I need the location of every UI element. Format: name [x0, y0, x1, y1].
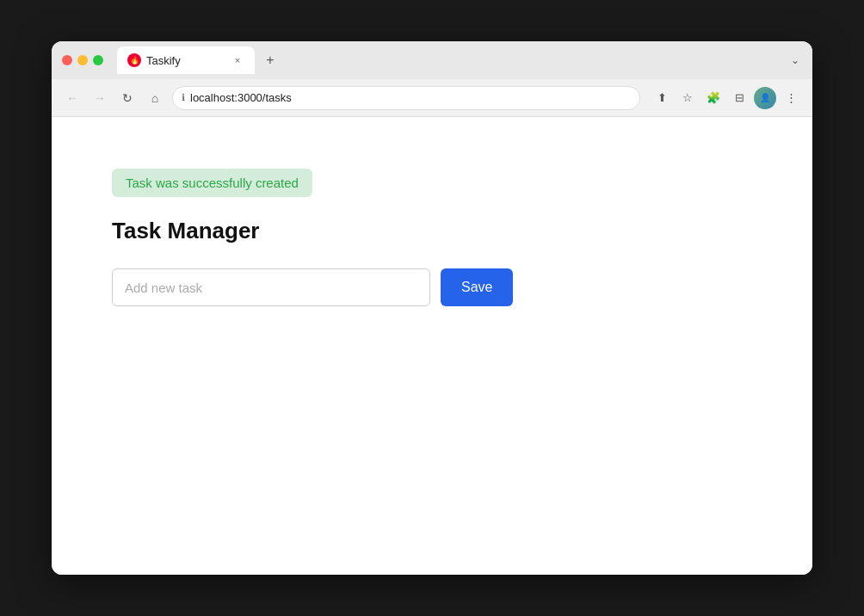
extensions-button[interactable]: 🧩	[702, 87, 725, 109]
tab-close-button[interactable]: ×	[231, 53, 244, 67]
share-button[interactable]: ⬆	[651, 87, 673, 109]
tab-title: Taskify	[146, 54, 181, 67]
tab-bar: 🔥 Taskify × + ⌄	[117, 46, 802, 74]
profile-avatar[interactable]: 👤	[754, 87, 776, 109]
address-text: localhost:3000/tasks	[190, 91, 292, 104]
tab-bar-end: ⌄	[788, 53, 802, 67]
address-bar: ← → ↻ ⌂ ℹ localhost:3000/tasks ⬆ ☆ 🧩 ⊟ 👤…	[52, 79, 812, 117]
menu-button[interactable]: ⋮	[780, 87, 802, 109]
page-content: Task was successfully created Task Manag…	[52, 117, 812, 575]
success-banner: Task was successfully created	[112, 169, 312, 197]
close-button[interactable]	[62, 55, 72, 65]
queue-button[interactable]: ⊟	[728, 87, 750, 109]
browser-window: 🔥 Taskify × + ⌄ ← → ↻ ⌂ ℹ localhost:3000…	[52, 41, 812, 575]
back-button[interactable]: ←	[62, 88, 83, 108]
reload-button[interactable]: ↻	[117, 88, 138, 108]
tabs-menu-icon[interactable]: ⌄	[788, 53, 802, 67]
active-tab[interactable]: 🔥 Taskify ×	[117, 46, 255, 74]
tab-favicon-icon: 🔥	[127, 53, 141, 67]
minimize-button[interactable]	[77, 55, 88, 65]
page-title: Task Manager	[112, 218, 752, 244]
lock-icon: ℹ	[182, 92, 185, 103]
forward-button[interactable]: →	[89, 88, 110, 108]
new-tab-button[interactable]: +	[258, 48, 282, 72]
traffic-lights	[62, 55, 103, 65]
task-form: Save	[112, 268, 752, 306]
home-button[interactable]: ⌂	[145, 88, 165, 108]
bookmark-button[interactable]: ☆	[676, 87, 699, 109]
title-bar: 🔥 Taskify × + ⌄	[52, 41, 812, 79]
maximize-button[interactable]	[93, 55, 103, 65]
toolbar-actions: ⬆ ☆ 🧩 ⊟ 👤 ⋮	[651, 87, 802, 109]
address-input[interactable]: ℹ localhost:3000/tasks	[172, 86, 640, 110]
task-input[interactable]	[112, 268, 430, 306]
save-button[interactable]: Save	[441, 268, 513, 306]
